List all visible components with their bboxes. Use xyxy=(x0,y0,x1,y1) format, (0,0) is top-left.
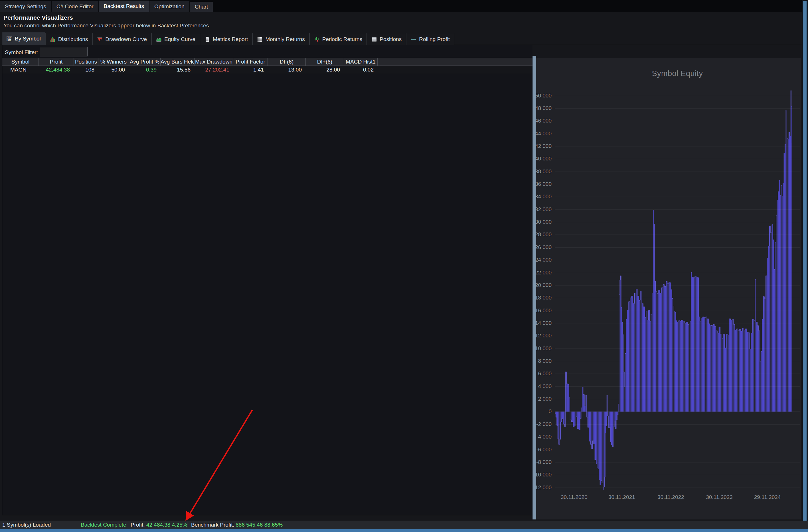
gridline xyxy=(555,134,800,134)
subtab-drawdown-curve[interactable]: Drawdown Curve xyxy=(92,33,151,45)
table-cell: 0.02 xyxy=(344,66,378,74)
y-axis-label: 16 000 xyxy=(536,307,552,314)
plot-area xyxy=(555,86,800,492)
tab-backtest-results[interactable]: Backtest Results xyxy=(99,1,149,12)
subtab-label: Monthly Returns xyxy=(265,36,305,42)
table-cell: 42,484.38 xyxy=(39,66,74,74)
column-header-filler xyxy=(378,58,532,65)
gridline xyxy=(555,475,800,475)
y-axis-label: 18 000 xyxy=(536,294,552,301)
status-bar: 1 Symbol(s) Loaded Backtest Complete Pro… xyxy=(0,520,808,529)
benchmark-profit-status: Benchmark Profit: 886 545.46 88.65% xyxy=(191,520,283,529)
subtab-label: Periodic Returns xyxy=(322,36,362,42)
subtab-distributions[interactable]: Distributions xyxy=(45,33,93,45)
gridline xyxy=(555,386,800,387)
visualizer-tabbar: ABCDEF By Symbol Distributions Drawdown … xyxy=(2,32,454,45)
column-header-positions[interactable]: Positions xyxy=(74,58,98,65)
table-row[interactable]: MAGN42,484.3810850.000.3915.56-27,202.41… xyxy=(2,66,532,74)
subtab-periodic-returns[interactable]: Periodic Returns xyxy=(310,33,367,45)
y-axis-label: 28 000 xyxy=(536,231,552,238)
table-cell: 13.00 xyxy=(268,66,306,74)
y-axis-label: -8 000 xyxy=(536,459,552,466)
table-cell: 108 xyxy=(74,66,98,74)
scrollbar-thumb[interactable] xyxy=(803,1,807,528)
app-window: { "tabs": [ {"label": "Strategy Settings… xyxy=(0,0,808,532)
x-axis-label: 30.11.2022 xyxy=(645,494,697,500)
table-cell: MAGN xyxy=(2,66,39,74)
subtab-positions[interactable]: Positions xyxy=(367,33,406,45)
metrics-report-icon xyxy=(204,37,210,42)
gridline xyxy=(555,96,800,96)
gridline xyxy=(555,260,800,260)
splitter-handle[interactable] xyxy=(532,56,536,519)
column-header-avg-profit-[interactable]: Avg Profit % xyxy=(129,58,161,65)
symbol-filter-label: Symbol Filter: xyxy=(5,49,38,56)
equity-area-fill xyxy=(555,91,792,490)
gridline xyxy=(555,336,800,336)
y-axis-label: 46 000 xyxy=(536,117,552,124)
table-body: MAGN42,484.3810850.000.3915.56-27,202.41… xyxy=(2,66,532,74)
y-axis-label: -2 000 xyxy=(536,421,552,428)
column-header-profit[interactable]: Profit xyxy=(39,58,74,65)
subtab-label: Positions xyxy=(380,36,402,42)
by-symbol-icon: ABCDEF xyxy=(6,36,12,42)
column-header-max-drawdown[interactable]: Max Drawdown xyxy=(195,58,233,65)
y-axis-label: 48 000 xyxy=(536,105,552,112)
by-symbol-panel: Symbol Filter: SymbolProfitPositions% Wi… xyxy=(2,45,532,515)
gridline xyxy=(555,348,800,349)
vertical-scrollbar[interactable] xyxy=(802,0,808,529)
profit-value: 42 484.38 4.25% xyxy=(146,522,187,528)
y-axis-label: 34 000 xyxy=(536,193,552,200)
y-axis-label: 44 000 xyxy=(536,130,552,137)
table-cell: -27,202.41 xyxy=(195,66,233,74)
subtab-metrics-report[interactable]: Metrics Report xyxy=(200,33,253,45)
subtab-equity-curve[interactable]: Equity Curve xyxy=(151,33,200,45)
backtest-preferences-link[interactable]: Backtest Preferences xyxy=(158,22,209,28)
y-axis-label: 30 000 xyxy=(536,218,552,225)
subtab-label: Rolling Profit xyxy=(419,36,450,42)
table-cell: 1.41 xyxy=(233,66,268,74)
y-axis-label: 20 000 xyxy=(536,282,552,289)
symbols-loaded-status: 1 Symbol(s) Loaded xyxy=(2,520,51,529)
x-axis-label: 29.11.2024 xyxy=(742,494,793,500)
subtitle-text: You can control which Performance Visual… xyxy=(3,22,158,28)
subtab-by-symbol[interactable]: ABCDEF By Symbol xyxy=(2,32,45,45)
profit-status: Profit: 42 484.38 4.25% xyxy=(131,520,187,529)
subtab-rolling-profit[interactable]: Rolling Profit xyxy=(406,33,454,45)
subtitle-period: . xyxy=(209,22,210,28)
subtab-label: By Symbol xyxy=(15,36,41,42)
column-header-macd-hist1[interactable]: MACD Hist1 xyxy=(344,58,378,65)
distributions-icon xyxy=(50,37,56,42)
drawdown-curve-icon xyxy=(97,37,103,42)
y-axis-label: 26 000 xyxy=(536,244,552,251)
y-axis-label: 36 000 xyxy=(536,180,552,188)
subtab-label: Distributions xyxy=(58,36,88,42)
y-axis-label: 24 000 xyxy=(536,256,552,263)
symbols-table: SymbolProfitPositions% WinnersAvg Profit… xyxy=(2,58,532,74)
column-header-symbol[interactable]: Symbol xyxy=(2,58,39,65)
subtab-monthly-returns[interactable]: Monthly Returns xyxy=(252,33,309,45)
tab-strategy-settings[interactable]: Strategy Settings xyxy=(0,1,51,12)
y-axis-label: 22 000 xyxy=(536,269,552,276)
tab-csharp-code-editor[interactable]: C# Code Editor xyxy=(52,1,98,12)
equity-curve-icon xyxy=(156,37,162,42)
column-header--winners[interactable]: % Winners xyxy=(98,58,129,65)
gridline xyxy=(555,285,800,286)
column-header-profit-factor[interactable]: Profit Factor xyxy=(233,58,268,65)
y-axis-label: 6 000 xyxy=(536,370,552,377)
tab-optimization[interactable]: Optimization xyxy=(149,1,189,12)
column-header-di-6-[interactable]: DI+(6) xyxy=(306,58,344,65)
column-header-avg-bars-held[interactable]: Avg Bars Held xyxy=(161,58,195,65)
benchmark-profit-value: 886 545.46 88.65% xyxy=(236,522,283,528)
profit-label: Profit: xyxy=(131,522,145,528)
status-separator xyxy=(127,522,127,528)
y-axis-label: 42 000 xyxy=(536,143,552,150)
y-axis-label: -10 000 xyxy=(536,471,552,478)
table-cell: 28.00 xyxy=(306,66,344,74)
column-header-di-6-[interactable]: DI-(6) xyxy=(268,58,306,65)
gridline xyxy=(555,159,800,159)
tab-chart[interactable]: Chart xyxy=(190,2,213,12)
symbol-filter-input[interactable] xyxy=(40,47,88,56)
gridline xyxy=(555,247,800,248)
y-axis-label: 40 000 xyxy=(536,155,552,162)
